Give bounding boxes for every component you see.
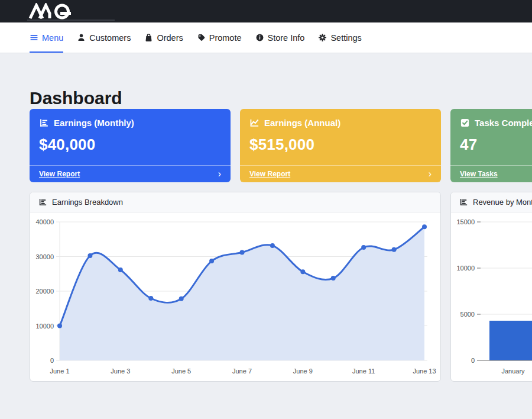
revenue-by-month-card: Revenue by Month 050001000015000January <box>450 192 532 382</box>
svg-text:January: January <box>501 368 525 375</box>
svg-text:0: 0 <box>471 357 475 364</box>
svg-text:June 9: June 9 <box>293 368 313 375</box>
page-title: Dashboard <box>30 88 532 109</box>
line-chart-icon <box>249 118 259 128</box>
card-label: Earnings (Annual) <box>264 118 340 128</box>
chart-header: Earnings Breakdown <box>30 192 440 212</box>
svg-text:10000: 10000 <box>456 265 475 272</box>
card-footer: View Report › <box>30 165 231 182</box>
revenue-by-month-chart: 050001000015000January <box>451 212 532 381</box>
nav-item-customers[interactable]: Customers <box>77 22 131 53</box>
chevron-right-icon: › <box>429 170 432 178</box>
main-nav: Menu Customers Orders Promote <box>0 22 532 53</box>
tag-icon <box>197 33 206 42</box>
mq-logo[interactable] <box>28 3 78 20</box>
card-value: $515,000 <box>249 136 432 154</box>
view-report-link[interactable]: View Report <box>39 170 80 178</box>
charts-row: Earnings Breakdown 010000200003000040000… <box>30 192 532 382</box>
bar-chart-icon <box>38 198 47 207</box>
nav-label-menu: Menu <box>42 33 63 43</box>
svg-text:0: 0 <box>50 357 54 364</box>
bar-chart-icon <box>39 118 49 128</box>
logo-underline <box>27 20 115 21</box>
earnings-breakdown-card: Earnings Breakdown 010000200003000040000… <box>30 192 441 382</box>
stat-cards: Earnings (Monthly) $40,000 View Report › <box>30 109 532 182</box>
chevron-right-icon: › <box>218 170 221 178</box>
nav-item-promote[interactable]: Promote <box>197 22 242 53</box>
svg-text:June 7: June 7 <box>232 368 252 375</box>
nav-item-orders[interactable]: Orders <box>144 22 183 53</box>
chart-title: Earnings Breakdown <box>52 198 123 207</box>
person-icon <box>77 33 86 42</box>
nav-label-orders: Orders <box>157 33 183 43</box>
chart-header: Revenue by Month <box>451 192 532 212</box>
svg-text:20000: 20000 <box>35 288 54 295</box>
chart-title: Revenue by Month <box>473 198 532 207</box>
earnings-monthly-card: Earnings (Monthly) $40,000 View Report › <box>30 109 231 182</box>
nav-label-promote: Promote <box>209 33 242 43</box>
view-report-link[interactable]: View Report <box>249 170 290 178</box>
gear-icon <box>318 33 327 42</box>
nav-label-store-info: Store Info <box>268 33 305 43</box>
nav-item-settings[interactable]: Settings <box>318 22 361 53</box>
nav-label-customers: Customers <box>89 33 131 43</box>
tasks-completed-card: Tasks Completed 47 View Tasks › <box>450 109 532 182</box>
check-square-icon <box>460 118 470 128</box>
svg-text:June 3: June 3 <box>111 368 130 375</box>
nav-item-menu[interactable]: Menu <box>30 22 63 53</box>
main-content: Dashboard <box>0 53 532 382</box>
svg-text:June 13: June 13 <box>413 368 436 375</box>
nav-item-store-info[interactable]: Store Info <box>255 22 305 53</box>
card-footer: View Report › <box>240 165 441 182</box>
svg-text:40000: 40000 <box>35 218 54 225</box>
app-window: Menu Customers Orders Promote <box>0 0 532 419</box>
svg-text:15000: 15000 <box>456 218 475 225</box>
card-label: Earnings (Monthly) <box>54 118 134 128</box>
card-value: 47 <box>460 136 532 154</box>
nav-label-settings: Settings <box>330 33 361 43</box>
svg-text:June 11: June 11 <box>352 368 375 375</box>
info-circle-icon <box>255 33 264 42</box>
card-value: $40,000 <box>39 136 221 154</box>
hamburger-icon <box>30 33 38 42</box>
shopping-bag-icon <box>144 33 153 42</box>
earnings-breakdown-chart: 010000200003000040000June 1June 3June 5J… <box>30 212 440 381</box>
card-footer: View Tasks › <box>450 165 532 182</box>
svg-text:June 1: June 1 <box>50 368 69 375</box>
card-label: Tasks Completed <box>475 118 532 128</box>
topbar <box>0 0 532 22</box>
svg-text:June 5: June 5 <box>171 368 191 375</box>
view-tasks-link[interactable]: View Tasks <box>460 170 498 178</box>
svg-text:10000: 10000 <box>35 323 54 330</box>
svg-text:5000: 5000 <box>460 311 475 318</box>
svg-text:30000: 30000 <box>35 253 54 260</box>
bar-chart-icon <box>459 198 468 207</box>
earnings-annual-card: Earnings (Annual) $515,000 View Report › <box>240 109 441 182</box>
